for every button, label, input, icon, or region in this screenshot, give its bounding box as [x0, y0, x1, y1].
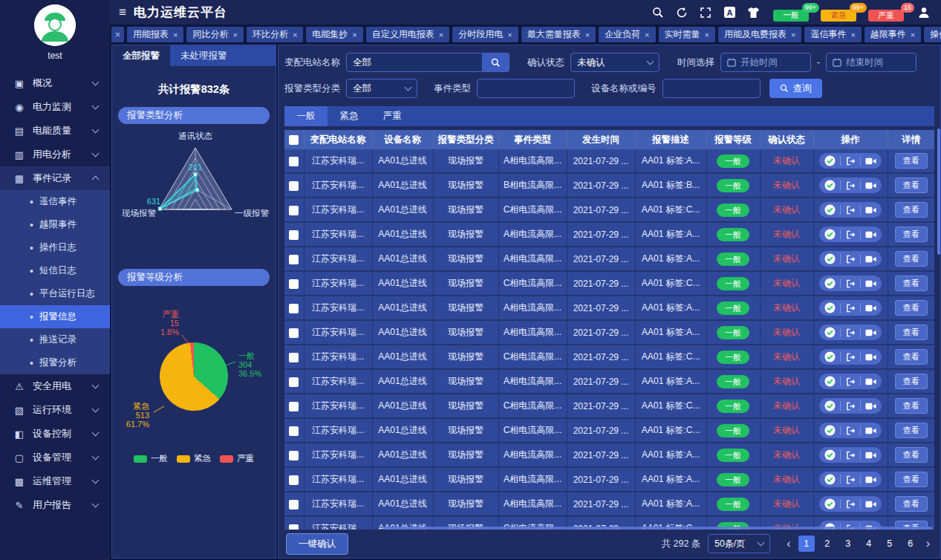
alarm-badge-critical[interactable]: 严重15 — [868, 10, 904, 22]
event-type-input[interactable] — [477, 79, 575, 98]
push-button[interactable] — [845, 352, 856, 362]
video-button[interactable] — [865, 475, 876, 484]
view-button[interactable]: 查看 — [895, 423, 928, 438]
language-icon[interactable]: A — [723, 6, 736, 19]
subtab-严重[interactable]: 严重 — [371, 106, 414, 126]
select-all-checkbox[interactable] — [289, 135, 299, 145]
sidebar-subitem-越限事件[interactable]: •越限事件 — [0, 213, 110, 236]
video-button[interactable] — [865, 206, 876, 215]
push-button[interactable] — [845, 254, 856, 264]
row-checkbox[interactable] — [289, 377, 299, 387]
tab-close-icon[interactable]: × — [911, 30, 915, 39]
subtab-一般[interactable]: 一般 — [284, 106, 328, 126]
row-checkbox[interactable] — [289, 402, 299, 411]
page-button-2[interactable]: 2 — [819, 535, 836, 552]
push-button[interactable] — [845, 279, 856, 289]
sidebar-subitem-推送记录[interactable]: •推送记录 — [0, 328, 110, 351]
alarm-panel-tab-未处理报警[interactable]: 未处理报警 — [170, 45, 238, 66]
confirm-select[interactable]: 未确认 — [570, 53, 660, 72]
column-header-确认状态[interactable]: 确认状态 — [760, 130, 813, 149]
page-button-1[interactable]: 1 — [798, 535, 815, 552]
view-button[interactable]: 查看 — [895, 202, 928, 218]
category-select[interactable]: 全部 — [346, 79, 417, 98]
push-button[interactable] — [845, 401, 856, 411]
sidebar-item-设备控制[interactable]: ◧设备控制 — [0, 422, 110, 446]
view-button[interactable]: 查看 — [895, 447, 928, 463]
column-header-变配电站名称[interactable]: 变配电站名称 — [304, 130, 372, 149]
row-checkbox[interactable] — [289, 255, 299, 264]
page-button-5[interactable]: 5 — [882, 535, 898, 552]
row-checkbox[interactable] — [289, 353, 299, 362]
tab-close-icon[interactable]: × — [585, 30, 590, 39]
alarm-badge-general[interactable]: 一般99+ — [773, 10, 809, 22]
confirm-button[interactable] — [824, 376, 836, 387]
refresh-icon[interactable] — [675, 6, 688, 19]
tab-close-icon[interactable]: × — [439, 30, 443, 39]
confirm-button[interactable] — [824, 302, 836, 313]
tab-用能及电费报表[interactable]: 用能及电费报表× — [718, 27, 801, 42]
view-button[interactable]: 查看 — [895, 349, 928, 365]
confirm-button[interactable] — [824, 327, 836, 338]
confirm-button[interactable] — [824, 278, 836, 289]
view-button[interactable]: 查看 — [895, 153, 928, 169]
video-button[interactable] — [865, 279, 876, 288]
user-avatar[interactable] — [34, 4, 76, 46]
prev-page-button[interactable]: ‹ — [784, 537, 793, 550]
video-button[interactable] — [865, 157, 876, 166]
column-header-报警类型分类[interactable]: 报警类型分类 — [433, 130, 498, 149]
view-button[interactable]: 查看 — [895, 251, 928, 267]
sidebar-item-电能质量[interactable]: ▤电能质量 — [0, 119, 110, 143]
row-checkbox[interactable] — [289, 328, 299, 338]
push-button[interactable] — [845, 229, 856, 240]
video-button[interactable] — [865, 255, 876, 264]
sidebar-item-运行环境[interactable]: ▧运行环境 — [0, 398, 110, 422]
confirm-button[interactable] — [824, 400, 836, 411]
confirm-button[interactable] — [824, 204, 836, 215]
tab-close-icon[interactable]: × — [645, 30, 649, 39]
sidebar-item-安全用电[interactable]: ⚠安全用电 — [0, 374, 110, 398]
view-button[interactable]: 查看 — [895, 374, 928, 389]
video-button[interactable] — [865, 451, 876, 460]
sidebar-subitem-短信日志[interactable]: •短信日志 — [0, 259, 110, 282]
row-checkbox[interactable] — [289, 475, 299, 485]
push-button[interactable] — [845, 426, 856, 436]
video-button[interactable] — [865, 426, 876, 435]
tab-企业负荷[interactable]: 企业负荷× — [599, 27, 655, 42]
tab-同比分析[interactable]: 同比分析× — [186, 27, 243, 42]
view-button[interactable]: 查看 — [895, 276, 928, 291]
push-button[interactable] — [845, 180, 856, 191]
sidebar-subitem-操作日志[interactable]: •操作日志 — [0, 236, 110, 259]
video-button[interactable] — [865, 353, 876, 362]
tab-遥信事件[interactable]: 遥信事件× — [804, 27, 861, 42]
sidebar-subitem-平台运行日志[interactable]: •平台运行日志 — [0, 282, 110, 305]
tab-close-icon[interactable]: × — [850, 30, 855, 39]
sidebar-subitem-报警分析[interactable]: •报警分析 — [0, 351, 110, 374]
column-header-设备名称[interactable]: 设备名称 — [372, 130, 433, 149]
tab-最大需量报表[interactable]: 最大需量报表× — [521, 27, 596, 42]
push-button[interactable] — [845, 499, 856, 509]
video-button[interactable] — [865, 181, 876, 190]
push-button[interactable] — [845, 475, 856, 485]
tab-clipped[interactable]: × — [111, 27, 124, 42]
row-checkbox[interactable] — [289, 279, 299, 289]
column-header-报警等级[interactable]: 报警等级 — [706, 130, 760, 149]
confirm-button[interactable] — [824, 155, 836, 166]
confirm-button[interactable] — [824, 351, 836, 362]
confirm-button[interactable] — [824, 180, 836, 191]
row-checkbox[interactable] — [289, 451, 299, 460]
view-button[interactable]: 查看 — [895, 325, 928, 340]
row-checkbox[interactable] — [289, 426, 299, 436]
tab-close-icon[interactable]: × — [791, 30, 795, 39]
tab-越限事件[interactable]: 越限事件× — [865, 27, 921, 42]
row-checkbox[interactable] — [289, 157, 299, 166]
tab-close-icon[interactable]: × — [173, 30, 178, 39]
confirm-button[interactable] — [824, 253, 836, 264]
page-button-3[interactable]: 3 — [840, 535, 856, 552]
column-header-详情[interactable]: 详情 — [888, 130, 934, 149]
sidebar-subitem-报警信息[interactable]: •报警信息 — [0, 305, 110, 328]
view-button[interactable]: 查看 — [895, 472, 928, 487]
push-button[interactable] — [845, 156, 856, 166]
confirm-button[interactable] — [824, 425, 836, 436]
page-button-4[interactable]: 4 — [861, 535, 877, 552]
tab-用能报表[interactable]: 用能报表× — [127, 27, 183, 42]
